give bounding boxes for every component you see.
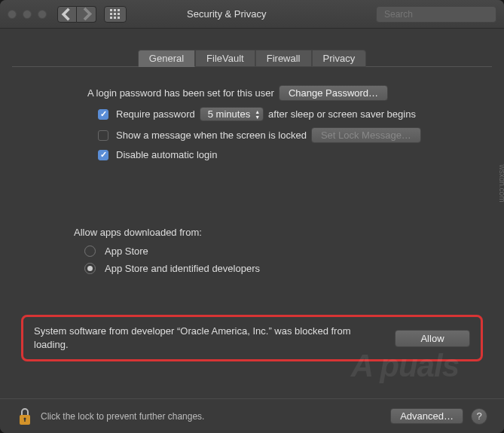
lock-icon[interactable] bbox=[17, 406, 33, 427]
radio-identified-devs[interactable] bbox=[84, 263, 96, 274]
help-button[interactable]: ? bbox=[471, 408, 487, 425]
advanced-button[interactable]: Advanced… bbox=[390, 408, 463, 424]
require-password-delay-select[interactable]: 5 minutes ▲▼ bbox=[200, 107, 264, 121]
disable-auto-login-label: Disable automatic login bbox=[116, 149, 217, 160]
tab-bar: General FileVault Firewall Privacy bbox=[6, 50, 498, 67]
svg-rect-4 bbox=[114, 13, 116, 15]
svg-rect-13 bbox=[24, 419, 25, 422]
general-panel: A login password has been set for this u… bbox=[6, 81, 498, 174]
close-window-icon[interactable] bbox=[8, 10, 17, 19]
url-mark: wsxdn.com bbox=[498, 164, 505, 202]
blocked-message: System software from developer “Oracle A… bbox=[34, 325, 380, 352]
change-password-button[interactable]: Change Password… bbox=[279, 85, 388, 101]
radio-appstore[interactable] bbox=[84, 245, 96, 257]
svg-rect-0 bbox=[110, 9, 112, 11]
svg-rect-1 bbox=[114, 9, 116, 11]
zoom-window-icon[interactable] bbox=[38, 10, 47, 19]
tab-general[interactable]: General bbox=[138, 50, 195, 67]
svg-rect-3 bbox=[110, 13, 112, 15]
titlebar: Security & Privacy bbox=[0, 0, 504, 29]
search-field[interactable] bbox=[376, 6, 496, 23]
login-password-text: A login password has been set for this u… bbox=[87, 87, 274, 99]
disable-auto-login-checkbox[interactable] bbox=[98, 150, 108, 160]
downloads-heading: Allow apps downloaded from: bbox=[74, 227, 202, 238]
lock-hint-text: Click the lock to prevent further change… bbox=[41, 411, 390, 422]
set-lock-message-button: Set Lock Message… bbox=[311, 127, 421, 143]
downloads-section: Allow apps downloaded from: App Store Ap… bbox=[6, 227, 498, 288]
minimize-window-icon[interactable] bbox=[23, 10, 32, 19]
svg-rect-7 bbox=[114, 17, 116, 19]
svg-rect-2 bbox=[118, 9, 120, 11]
search-input[interactable] bbox=[384, 9, 497, 20]
require-password-checkbox[interactable] bbox=[98, 109, 108, 120]
svg-rect-5 bbox=[118, 13, 120, 15]
after-sleep-text: after sleep or screen saver begins bbox=[268, 108, 416, 120]
preferences-window: Security & Privacy General FileVault Fir… bbox=[0, 0, 504, 433]
back-button[interactable] bbox=[57, 6, 77, 23]
radio-identified-devs-label: App Store and identified developers bbox=[105, 263, 260, 274]
footer: Click the lock to prevent further change… bbox=[0, 398, 504, 433]
tab-firewall[interactable]: Firewall bbox=[255, 50, 312, 67]
allow-button[interactable]: Allow bbox=[395, 330, 470, 347]
window-controls bbox=[8, 10, 47, 19]
require-password-label: Require password bbox=[116, 108, 195, 120]
radio-appstore-label: App Store bbox=[105, 245, 148, 257]
content-area: General FileVault Firewall Privacy A log… bbox=[0, 50, 504, 361]
blocked-software-notice: System software from developer “Oracle A… bbox=[21, 315, 483, 361]
nav-buttons bbox=[57, 6, 96, 23]
window-title: Security & Privacy bbox=[127, 8, 376, 20]
select-arrows-icon: ▲▼ bbox=[255, 109, 260, 120]
require-password-delay-value: 5 minutes bbox=[208, 108, 250, 120]
svg-rect-6 bbox=[110, 17, 112, 19]
forward-button[interactable] bbox=[77, 6, 96, 23]
svg-rect-8 bbox=[118, 17, 120, 19]
tab-privacy[interactable]: Privacy bbox=[312, 50, 367, 67]
show-all-button[interactable] bbox=[104, 6, 127, 23]
tab-filevault[interactable]: FileVault bbox=[195, 50, 255, 67]
show-message-label: Show a message when the screen is locked bbox=[116, 130, 307, 141]
show-message-checkbox[interactable] bbox=[98, 130, 108, 141]
